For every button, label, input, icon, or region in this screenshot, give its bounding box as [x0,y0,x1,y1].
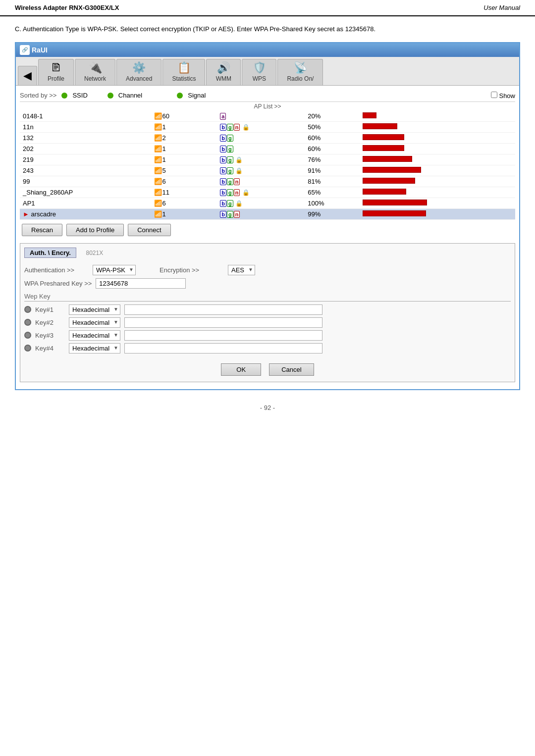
key4-input[interactable] [124,343,322,353]
key1-format-select[interactable]: Hexadecimal [69,304,120,315]
mode-badge-n: n [234,189,240,196]
key4-format-select[interactable]: Hexadecimal [69,343,120,353]
modes-cell: bgn 🔒 [217,121,305,132]
modes-cell: bg 🔒 [217,165,305,176]
nav-item-advanced[interactable]: ⚙️ Advanced [116,59,161,85]
key3-format-wrapper[interactable]: Hexadecimal [69,330,120,341]
signal-bar [363,123,397,129]
nav-item-profile[interactable]: 🖹 Profile [38,59,74,85]
show-checkbox[interactable] [491,92,497,98]
profile-icon: 🖹 [51,62,61,73]
key1-row: Key#1 Hexadecimal [24,304,511,315]
nav-label-profile: Profile [48,75,64,82]
nav-label-network: Network [84,75,106,82]
encryption-select[interactable]: AES [228,265,255,275]
connect-button[interactable]: Connect [128,224,170,236]
mode-badge-b: b [220,189,226,196]
key4-row: Key#4 Hexadecimal [24,343,511,353]
mode-badge-g: g [227,156,233,163]
ssid-cell: 99 [20,176,151,187]
header-left: Wireless Adapter RNX-G300EX/LX [15,4,119,11]
raui-logo: 🔗 RaUI [20,45,48,55]
nav-item-statistics[interactable]: 📋 Statistics [162,59,205,85]
table-row[interactable]: 132📶2bg60% [20,132,515,143]
channel-cell: 📶1 [151,154,217,165]
nav-item-wps[interactable]: 🛡️ WPS [242,59,276,85]
signal-bar-cell [360,208,515,219]
key1-input[interactable] [124,304,322,315]
lock-icon: 🔒 [242,124,250,131]
key3-input[interactable] [124,330,322,341]
key3-format-select[interactable]: Hexadecimal [69,330,120,341]
nav-item-network[interactable]: 🔌 Network [75,59,115,85]
mode-badge-g: g [227,167,233,174]
authentication-select[interactable]: WPA-PSK [93,265,136,275]
table-row[interactable]: _Shiang_2860AP📶11bgn 🔒65% [20,187,515,198]
key3-radio[interactable] [24,332,31,339]
table-row[interactable]: AP1📶6bg 🔒100% [20,198,515,208]
table-row[interactable]: 219📶1bg 🔒76% [20,154,515,165]
mode-badge-b: b [220,146,226,152]
add-to-profile-button[interactable]: Add to Profile [66,224,124,236]
rescan-button[interactable]: Rescan [22,224,62,236]
statistics-icon: 📋 [177,62,191,73]
mode-badge-b: b [220,167,226,174]
nav-back-button[interactable]: ◀ [18,66,37,85]
ok-button[interactable]: OK [221,363,261,376]
key3-row: Key#3 Hexadecimal [24,330,511,341]
signal-cell: 91% [305,165,360,176]
encryption-label: Encryption >> [160,266,224,274]
mode-badge-b: b [220,178,226,185]
table-row[interactable]: 99📶6bgn81% [20,176,515,187]
key2-radio[interactable] [24,319,31,326]
encryption-select-wrapper[interactable]: AES [228,265,255,275]
wpa-key-input[interactable] [96,278,186,289]
signal-label: Signal [188,92,206,99]
signal-bar [363,145,404,151]
key3-label: Key#3 [35,332,65,339]
signal-bar [363,112,376,118]
auth-tab-active[interactable]: Auth. \ Encry. [24,248,76,258]
authentication-select-wrapper[interactable]: WPA-PSK [93,265,136,275]
nav-item-wmm[interactable]: 🔊 WMM [206,59,241,85]
ssid-cell: 11n [20,121,151,132]
key4-radio[interactable] [24,345,31,352]
mode-badge-g: g [227,135,233,142]
ap-list-header: Sorted by >> SSID Channel Signal Show [20,90,515,102]
mode-badge-g: g [227,189,233,196]
key2-input[interactable] [124,317,322,328]
authentication-row: Authentication >> WPA-PSK Encryption >> … [24,265,511,275]
nav-item-radio[interactable]: 📡 Radio On/ [277,59,323,85]
mode-badge-g: g [227,178,233,185]
signal-cell: 100% [305,198,360,208]
table-row[interactable]: 202📶1bg60% [20,143,515,154]
mode-badge-n: n [234,211,240,218]
table-row[interactable]: ► arscadre📶1bgn99% [20,208,515,219]
key1-format-wrapper[interactable]: Hexadecimal [69,304,120,315]
show-label: Show [499,92,515,100]
signal-bar-cell [360,198,515,208]
table-row[interactable]: 243📶5bg 🔒91% [20,165,515,176]
ap-table: 0148-1📶60a20%11n📶1bgn 🔒50%132📶2bg60%202📶… [20,111,515,220]
signal-bar-cell [360,165,515,176]
cancel-button[interactable]: Cancel [269,363,314,376]
wep-title: Wep Key [24,293,511,302]
key4-format-wrapper[interactable]: Hexadecimal [69,343,120,353]
key2-format-wrapper[interactable]: Hexadecimal [69,317,120,328]
page-number: - 92 - [0,394,535,421]
lock-icon: 🔒 [235,200,243,207]
ssid-cell: 243 [20,165,151,176]
sorted-by-label: Sorted by >> [20,92,56,99]
channel-dot [107,93,113,99]
show-checkbox-wrapper[interactable]: Show [491,92,515,100]
ssid-label: SSID [72,92,87,99]
auth-tab-inactive[interactable]: 8021X [82,249,107,257]
key1-radio[interactable] [24,306,31,313]
table-row[interactable]: 11n📶1bgn 🔒50% [20,121,515,132]
signal-bar [363,210,426,216]
authentication-label: Authentication >> [24,266,89,274]
signal-cell: 60% [305,132,360,143]
key2-row: Key#2 Hexadecimal [24,317,511,328]
key2-format-select[interactable]: Hexadecimal [69,317,120,328]
table-row[interactable]: 0148-1📶60a20% [20,111,515,122]
